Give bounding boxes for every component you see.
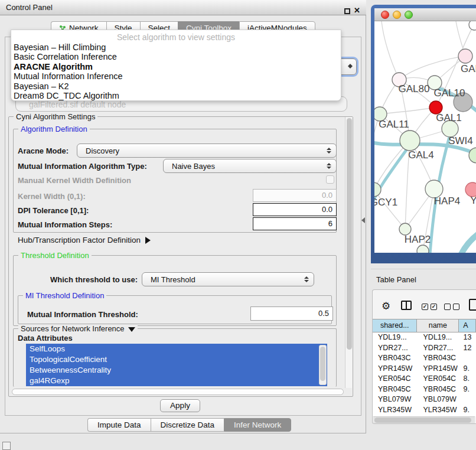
table-cell: YBR045C xyxy=(418,384,459,395)
settings-group-title: Cyni Algorithm Settings xyxy=(14,112,97,121)
table-cell xyxy=(459,394,476,405)
tab-infer-network[interactable]: Infer Network xyxy=(224,418,291,432)
table-cell: YER054C xyxy=(373,374,418,384)
mi-steps-field[interactable]: 6 xyxy=(253,217,337,230)
table-cell: YPR145W xyxy=(373,364,418,374)
scrollbar-thumb[interactable] xyxy=(374,418,471,423)
network-node[interactable] xyxy=(400,131,420,151)
dropdown-placeholder: Select algorithm to view settings xyxy=(11,30,341,43)
divider xyxy=(371,269,476,269)
column-header-a[interactable]: A xyxy=(459,319,476,332)
column-header-name[interactable]: name xyxy=(417,319,459,332)
table-row[interactable]: YER054CYER054C8. xyxy=(373,374,476,384)
attribute-item-topologicalcoefficient[interactable]: TopologicalCoefficient xyxy=(26,354,327,365)
dropdown-item-basic-correlation-inference[interactable]: Basic Correlation Inference xyxy=(11,52,341,61)
table-cell: YPR145W xyxy=(418,364,459,374)
minimize-traffic-light-icon[interactable] xyxy=(393,11,401,19)
table-cell: 9. xyxy=(459,384,476,395)
table-row[interactable]: YLR345WYLR345W9. xyxy=(373,405,476,416)
spinner-icon xyxy=(327,148,331,154)
zoom-traffic-light-icon[interactable] xyxy=(405,11,413,19)
column-header-shared[interactable]: shared... xyxy=(373,319,417,332)
spinner-icon xyxy=(348,64,353,69)
close-icon[interactable]: ✕ xyxy=(354,6,360,15)
attribute-item-gal4rgexp[interactable]: gal4RGexp xyxy=(26,376,327,386)
table-row[interactable]: YBR043CYBR043C xyxy=(373,353,476,364)
network-node-label-gal: GAL xyxy=(461,63,476,74)
network-node[interactable] xyxy=(374,182,381,197)
close-traffic-light-icon[interactable] xyxy=(381,11,389,19)
dropdown-item-bayesian-k2[interactable]: Bayesian – K2 xyxy=(11,81,341,91)
table-cell: 13 xyxy=(459,332,476,343)
network-node[interactable] xyxy=(469,21,476,30)
apply-button[interactable]: Apply xyxy=(160,399,200,412)
table-cell: YDL19... xyxy=(373,332,418,343)
scrollbar-thumb[interactable] xyxy=(320,347,325,381)
table-row[interactable]: YPR145WYPR145W9. xyxy=(373,364,476,374)
network-node-label-gal11: GAL11 xyxy=(379,119,409,130)
network-edge xyxy=(380,107,436,114)
kernel-width-label: Kernel Width (0,1): xyxy=(18,192,86,201)
panel-divider-arrow[interactable] xyxy=(361,217,365,223)
network-node[interactable] xyxy=(417,245,429,253)
attribute-item-betweennesscentrality[interactable]: BetweennessCentrality xyxy=(26,365,327,376)
document-icon[interactable] xyxy=(469,299,476,311)
network-node-label-swi4: SWI4 xyxy=(448,135,473,146)
manual-kernel-label: Manual Kernel Width Definition xyxy=(18,176,131,185)
dpi-tolerance-field[interactable]: 0.0 xyxy=(253,203,337,216)
kernel-width-field[interactable]: 0.0 xyxy=(253,189,337,202)
network-node-label-gal1: GAL1 xyxy=(436,112,461,123)
table-horizontal-scrollbar[interactable] xyxy=(373,416,475,423)
table-cell: 9. xyxy=(459,364,476,374)
mi-type-value: Naive Bayes xyxy=(172,162,215,171)
dropdown-list: Bayesian – Hill ClimbingBasic Correlatio… xyxy=(11,43,341,100)
scrollbar-thumb[interactable] xyxy=(347,118,352,350)
float-window-icon[interactable] xyxy=(344,8,350,14)
mini-window-icon[interactable] xyxy=(2,442,11,450)
scrollbar-thumb[interactable] xyxy=(12,389,344,395)
checked-pair-icon[interactable]: ✓✓ xyxy=(422,304,437,310)
network-node-label-gcy1: GCY1 xyxy=(374,197,397,208)
network-node[interactable] xyxy=(458,49,472,63)
network-node[interactable] xyxy=(399,223,411,235)
settings-vertical-scrollbar[interactable] xyxy=(345,117,353,396)
mi-algorithm-type-combo[interactable]: Naive Bayes xyxy=(163,159,337,173)
expand-right-icon xyxy=(145,237,151,244)
table-row[interactable]: YDR27...YDR27...12 xyxy=(373,343,476,354)
table-row[interactable]: YBL079WYBL079W xyxy=(373,394,476,405)
attribute-item-selfloops[interactable]: SelfLoops xyxy=(26,344,327,354)
columns-icon[interactable] xyxy=(401,301,412,310)
bottom-tab-bar: Impute DataDiscretize DataInfer Network xyxy=(87,418,291,432)
network-node-label-hap4: HAP4 xyxy=(434,195,460,207)
table-cell: YDR27... xyxy=(373,343,418,354)
mi-threshold-field[interactable]: 0.5 xyxy=(250,306,333,321)
attribute-list-scrollbar[interactable] xyxy=(319,345,327,385)
hub-definition-expander[interactable]: Hub/Transcription Factor Definition xyxy=(18,236,151,244)
network-edge xyxy=(461,234,476,253)
network-edge xyxy=(382,21,399,80)
table-cell: YLR345W xyxy=(373,405,418,416)
table-cell: YBR043C xyxy=(373,353,418,364)
table-row[interactable]: YDL19...YDL19...13 xyxy=(373,332,476,343)
which-threshold-combo[interactable]: MI Threshold xyxy=(142,272,314,286)
dropdown-item-dream8-dc-tdc-algorithm[interactable]: Dream8 DC_TDC Algorithm xyxy=(11,91,341,100)
network-edge xyxy=(374,190,405,229)
mi-threshold-label: Mutual Information Threshold: xyxy=(27,310,138,319)
network-node-label-gal80: GAL80 xyxy=(399,83,430,94)
unchecked-pair-icon[interactable] xyxy=(444,304,459,310)
aracne-mode-combo[interactable]: Discovery xyxy=(77,144,337,158)
tab-discretize-data[interactable]: Discretize Data xyxy=(151,418,224,432)
aracne-mode-label: Aracne Mode: xyxy=(18,146,69,155)
manual-kernel-checkbox[interactable] xyxy=(326,175,334,184)
tab-impute-data[interactable]: Impute Data xyxy=(87,418,151,432)
control-panel-title: Control Panel xyxy=(6,3,53,12)
table-row[interactable]: YBR045CYBR045C9. xyxy=(373,384,476,395)
settings-horizontal-scrollbar[interactable] xyxy=(9,388,352,396)
gear-icon[interactable]: ⚙ xyxy=(382,300,390,312)
dropdown-item-mutual-information-inference[interactable]: Mutual Information Inference xyxy=(11,71,341,81)
network-node-label-gal10: GAL10 xyxy=(434,87,465,99)
dropdown-item-aracne-algorithm[interactable]: ARACNE Algorithm xyxy=(11,62,341,71)
network-node-label-y: Y xyxy=(470,195,476,206)
table-cell: YBR043C xyxy=(418,353,459,364)
dropdown-item-bayesian-hill-climbing[interactable]: Bayesian – Hill Climbing xyxy=(11,43,341,52)
